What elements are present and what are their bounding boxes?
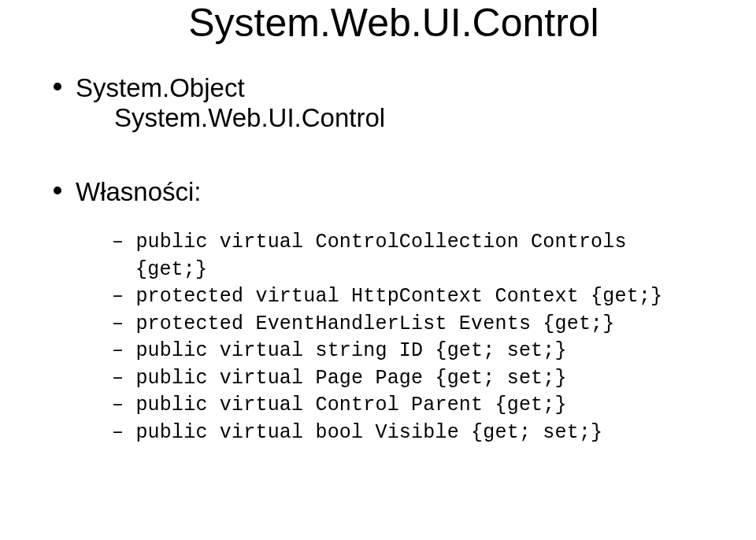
bullet-item-2: Własności:: [54, 177, 732, 207]
properties-block: – public virtual ControlCollection Contr…: [112, 229, 732, 446]
prop-line-4: – public virtual string ID {get; set;}: [112, 338, 732, 365]
prop-line-6: – public virtual Control Parent {get;}: [112, 392, 732, 420]
prop-line-2: – protected virtual HttpContext Context …: [112, 283, 732, 311]
prop-line-1-cont: {get;}: [112, 257, 732, 284]
page-title: System.Web.UI.Control: [102, 0, 685, 46]
bullet-text-1: System.Object: [76, 73, 245, 102]
prop-line-1: – public virtual ControlCollection Contr…: [112, 229, 732, 257]
bullet-icon: [54, 187, 61, 194]
indent-text-1: System.Web.UI.Control: [114, 103, 732, 133]
prop-line-3: – protected EventHandlerList Events {get…: [112, 311, 732, 338]
bullet-item-1: System.Object: [54, 73, 732, 103]
prop-line-5: – public virtual Page Page {get; set;}: [112, 365, 732, 393]
prop-line-7: – public virtual bool Visible {get; set;…: [112, 420, 732, 447]
bullet-text-2: Własności:: [76, 177, 202, 206]
bullet-icon: [54, 83, 61, 91]
